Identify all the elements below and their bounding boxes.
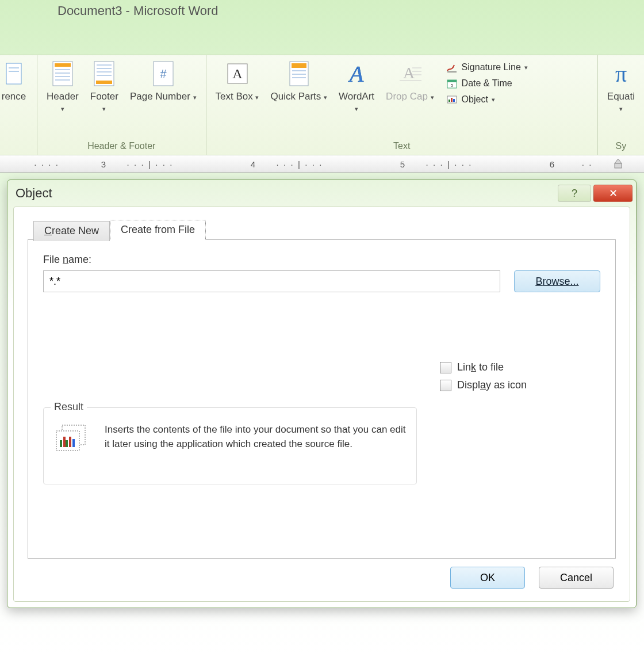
help-icon: ? [572,188,577,200]
ribbon-equation[interactable]: π Equati▾ [601,58,641,113]
link-to-file-checkbox[interactable]: Link to file [440,361,600,373]
svg-text:A: A [403,64,415,82]
ruler[interactable]: · · · · 3 · · · | · · · 4 · · · | · · · … [0,155,644,173]
quick-parts-icon [285,60,313,87]
group-label-text: Text [210,139,594,155]
header-icon [49,60,76,87]
svg-rect-32 [447,80,457,82]
dialog-footer: OK Cancel [28,559,616,591]
svg-rect-20 [292,63,306,68]
result-groupbox: Result Inserts the contents [43,407,417,484]
group-label [0,139,33,155]
ribbon-label: Date & Time [462,78,512,89]
wordart-icon: A [343,60,370,87]
svg-rect-44 [69,437,71,447]
svg-rect-46 [60,440,62,447]
cross-reference-icon [0,60,28,87]
svg-text:π: π [615,61,627,86]
file-name-input[interactable] [43,270,500,292]
svg-rect-14 [96,81,112,84]
object-dialog: Object ? ✕ Create New Create from File F… [7,180,637,608]
svg-rect-37 [453,99,455,102]
svg-rect-43 [66,440,68,447]
result-text: Inserts the contents of the file into yo… [105,423,406,451]
ribbon-footer[interactable]: Footer▾ [85,58,124,113]
equation-icon: π [607,60,635,87]
ribbon-wordart[interactable]: A WordArt▾ [333,58,380,113]
ribbon-header[interactable]: Header▾ [41,58,85,113]
signature-line-icon [446,61,458,74]
ribbon-date-time[interactable]: 5 Date & Time [446,77,528,90]
group-label-header-footer: Header & Footer [41,139,202,155]
page-number-icon: # [150,60,177,87]
file-name-label: File name: [43,254,600,266]
dialog-tabs: Create New Create from File [33,220,616,240]
result-legend: Result [51,401,87,413]
ruler-indent-marker[interactable] [614,158,623,170]
dropdown-caret: ▾ [102,105,106,112]
group-label-symbols: Sy [601,139,641,155]
cancel-button[interactable]: Cancel [539,567,614,589]
svg-rect-40 [615,163,622,168]
checkbox-icon [440,380,451,391]
ribbon-label: Drop Cap [386,91,428,102]
dropdown-caret: ▾ [524,64,528,71]
object-icon [446,93,458,106]
ribbon-label: Equati [607,91,635,102]
tab-panel-create-from-file: File name: Browse... Link to file Displa… [28,239,616,559]
ribbon-label: Text Box [216,91,253,102]
footer-icon [90,60,118,87]
close-icon: ✕ [609,187,618,200]
text-box-icon: A [224,60,251,87]
ribbon-label: Footer [90,91,118,102]
date-time-icon: 5 [446,77,458,90]
svg-rect-35 [448,100,450,102]
dropdown-caret: ▾ [492,96,495,104]
ribbon-label: Quick Parts [270,91,321,102]
result-icon [54,423,93,455]
svg-text:A: A [232,66,243,81]
window-title: Document3 - Microsoft Word [0,0,644,26]
ok-button[interactable]: OK [450,567,525,589]
svg-rect-47 [63,437,66,447]
svg-rect-45 [72,439,75,447]
dropdown-caret: ▾ [193,94,197,101]
dropdown-caret: ▾ [355,105,358,112]
ribbon-page-number[interactable]: # Page Number ▾ [124,58,202,102]
ribbon-signature-line[interactable]: Signature Line ▾ [446,61,528,74]
svg-rect-4 [55,63,71,67]
svg-text:A: A [348,61,364,86]
checkbox-icon [440,362,451,373]
dialog-close-button[interactable]: ✕ [593,185,632,202]
ribbon-label: WordArt [339,91,374,102]
ruler-mark-3: 3 [101,159,106,169]
drop-cap-icon: A [396,60,424,87]
svg-text:5: 5 [450,83,453,88]
dropdown-caret: ▾ [619,105,623,112]
dialog-titlebar[interactable]: Object ? ✕ [7,180,636,207]
ribbon-label: Header [47,91,79,102]
ribbon-label: Page Number [130,91,190,102]
display-as-icon-checkbox[interactable]: Display as icon [440,379,600,391]
tab-create-from-file[interactable]: Create from File [110,220,206,240]
svg-rect-36 [451,98,453,102]
browse-button[interactable]: Browse... [514,270,600,292]
ribbon-object[interactable]: Object ▾ [446,93,528,106]
dropdown-caret: ▾ [61,105,64,112]
ribbon-label: Signature Line [462,62,521,72]
ribbon-quick-parts[interactable]: Quick Parts ▾ [264,58,333,102]
ruler-mark-5: 5 [400,159,405,169]
ribbon-text-box[interactable]: A Text Box ▾ [210,58,265,102]
tab-create-new[interactable]: Create New [33,221,110,241]
dropdown-caret: ▾ [324,94,327,101]
svg-marker-39 [615,159,622,163]
dropdown-caret: ▾ [255,94,259,101]
ribbon-label: rence [2,91,26,102]
dropdown-caret: ▾ [431,94,434,101]
ribbon-drop-cap[interactable]: A Drop Cap ▾ [380,58,440,102]
ruler-mark-4: 4 [251,159,255,169]
ribbon-cross-reference[interactable]: rence [0,58,33,102]
dialog-help-button[interactable]: ? [558,185,591,202]
svg-rect-0 [6,63,21,84]
dialog-title: Object [16,186,52,201]
